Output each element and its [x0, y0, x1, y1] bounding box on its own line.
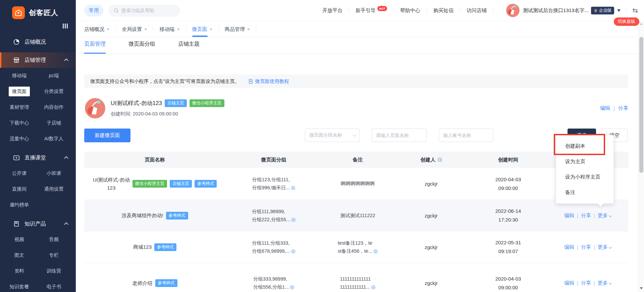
- menu-item-3[interactable]: 备注: [556, 185, 613, 200]
- sidebar-subitem[interactable]: 知识套餐: [2, 279, 37, 292]
- chevron-up-icon[interactable]: [64, 156, 68, 160]
- topbar-link-2[interactable]: 帮助中心: [400, 7, 420, 14]
- view-icon[interactable]: ◎: [371, 284, 375, 290]
- view-icon[interactable]: ◎: [291, 248, 296, 254]
- sidebar-subitem[interactable]: 图文: [2, 247, 37, 263]
- tab-4[interactable]: 商品管理×: [225, 21, 250, 37]
- search-input[interactable]: [121, 8, 172, 13]
- sidebar-subitem[interactable]: 专栏: [37, 247, 71, 263]
- sidebar-subitem[interactable]: 移动端: [2, 68, 37, 84]
- close-icon[interactable]: ×: [177, 27, 179, 32]
- sidebar-subitem[interactable]: 视频: [2, 232, 37, 247]
- chevron-down-icon[interactable]: [617, 9, 621, 12]
- user-menu[interactable]: 测试测试后台接口1313名字... ♛ 企业版: [506, 4, 621, 17]
- edit-link[interactable]: 编辑: [564, 244, 574, 250]
- sidebar-group-1[interactable]: 店铺管理: [0, 52, 76, 68]
- sidebar-subitem[interactable]: 公开课: [2, 165, 37, 181]
- user-avatar[interactable]: [506, 4, 520, 17]
- share-homepage-link[interactable]: 分享: [618, 105, 628, 111]
- scrollbar[interactable]: [638, 21, 644, 292]
- sidebar-subitem[interactable]: 训练营: [37, 263, 71, 279]
- subtab-0[interactable]: 页面管理: [84, 41, 106, 54]
- edit-link[interactable]: 编辑: [564, 280, 574, 286]
- cell-created-time: 2022-06-1417:20:30: [469, 207, 547, 224]
- sidebar-subitem[interactable]: 资料: [2, 263, 37, 279]
- subtab-2[interactable]: 店铺主题: [178, 41, 200, 54]
- quick-access-tab[interactable]: 常用: [84, 5, 104, 16]
- tab-2[interactable]: 移动端×: [159, 21, 179, 37]
- info-icon[interactable]: i: [437, 157, 442, 162]
- account-name-input[interactable]: [439, 129, 493, 142]
- more-link[interactable]: 更多: [598, 212, 611, 219]
- share-link[interactable]: 分享: [581, 212, 591, 219]
- sidebar-subitem[interactable]: 下载中心: [2, 115, 37, 131]
- sidebar-subitem[interactable]: 子店铺: [37, 115, 71, 131]
- menu-item-0[interactable]: 创建副本: [556, 138, 613, 154]
- topbar-link-3[interactable]: 购买短信: [433, 7, 453, 14]
- sidebar-group-2[interactable]: 直播课堂: [0, 150, 76, 165]
- sidebar-subitem[interactable]: 电子书: [37, 279, 71, 292]
- scroll-down-arrow-icon[interactable]: [640, 287, 643, 289]
- switch-new-version-button[interactable]: 切换新版: [614, 17, 639, 26]
- menu-item-2[interactable]: 设为小程序主页: [556, 169, 613, 185]
- view-icon[interactable]: ◎: [373, 248, 378, 254]
- page-name: 商城123: [133, 243, 152, 251]
- sidebar-subitem[interactable]: 微页面: [2, 84, 37, 99]
- tab-0[interactable]: 店铺概况×: [84, 21, 109, 37]
- edit-link[interactable]: 编辑: [564, 212, 574, 219]
- sidebar-subitem-label: 视频: [11, 235, 28, 244]
- topbar-link-1[interactable]: 新手引导HOT: [356, 7, 387, 14]
- chevron-up-icon[interactable]: [64, 222, 68, 227]
- collapse-sidebar-icon[interactable]: [0, 20, 76, 32]
- sidebar-subitem[interactable]: 邀约榜单: [2, 197, 37, 213]
- topbar-link-0[interactable]: 开放平台: [322, 7, 342, 14]
- sidebar-subitem[interactable]: pc端: [37, 68, 71, 84]
- topbar-link-4[interactable]: 访问店铺: [467, 7, 487, 14]
- user-name[interactable]: 测试测试后台接口1313名字...: [523, 7, 588, 14]
- sidebar-item-0[interactable]: 店铺概况: [0, 34, 76, 50]
- page-name-line: UI测试样式-勿动: [93, 176, 130, 184]
- edit-homepage-link[interactable]: 编辑: [600, 105, 610, 111]
- scroll-up-arrow-icon[interactable]: [640, 23, 643, 25]
- view-icon[interactable]: ◎: [291, 216, 296, 222]
- switch-account-icon[interactable]: ⇆: [632, 6, 638, 14]
- close-icon[interactable]: ×: [107, 27, 109, 32]
- scrollbar-thumb[interactable]: [639, 37, 643, 173]
- more-link[interactable]: 更多: [598, 244, 611, 250]
- page-name-input[interactable]: [372, 129, 427, 142]
- brand-logo-icon: [12, 6, 25, 19]
- share-link[interactable]: 分享: [581, 244, 591, 250]
- share-link[interactable]: 分享: [581, 280, 591, 286]
- view-icon[interactable]: ◎: [291, 185, 295, 190]
- sidebar-subitem[interactable]: 流量中心: [2, 131, 37, 147]
- view-icon[interactable]: ◎: [290, 284, 294, 290]
- close-icon[interactable]: ×: [247, 27, 250, 32]
- global-search[interactable]: [109, 5, 180, 16]
- status-badge: 微信小程序主页: [132, 180, 167, 188]
- sidebar-subitem[interactable]: 通用设置: [37, 181, 71, 197]
- page-name-line: 涉及商城组件勿动!: [121, 211, 163, 220]
- create-micropage-button[interactable]: 新建微页面: [84, 129, 130, 142]
- topbar-link-label: 访问店铺: [467, 7, 487, 14]
- sidebar-subitem[interactable]: 素材管理: [2, 99, 37, 115]
- search-icon: [114, 8, 119, 13]
- more-link[interactable]: 更多: [598, 280, 611, 286]
- menu-item-1[interactable]: 设为主页: [556, 154, 613, 169]
- sidebar-subitem[interactable]: 直播间: [2, 181, 37, 197]
- sidebar-subitem[interactable]: 内容创作: [37, 99, 71, 115]
- tab-1[interactable]: 全局设置×: [122, 21, 147, 37]
- group-filter-select[interactable]: 微页面分组名称: [305, 129, 360, 142]
- tab-3[interactable]: 微页面×: [192, 21, 212, 37]
- sidebar-subitem[interactable]: 分类设置: [37, 84, 71, 99]
- sidebar-subitem[interactable]: 音频: [37, 232, 71, 247]
- sidebar-group-3[interactable]: 知识产品: [0, 216, 76, 232]
- close-icon[interactable]: ×: [210, 27, 212, 32]
- note-text: 111111111111111111111111...◎: [340, 275, 375, 291]
- tutorial-link[interactable]: 微页面使用教程: [248, 78, 289, 85]
- sidebar-subitem-label: 通用设置: [41, 184, 67, 194]
- chevron-up-icon[interactable]: [64, 58, 68, 63]
- sidebar-subitem[interactable]: 小班课: [37, 165, 71, 181]
- sidebar-subitem[interactable]: AI数字人: [37, 131, 71, 147]
- subtab-1[interactable]: 微页面分组: [128, 41, 155, 54]
- close-icon[interactable]: ×: [144, 27, 147, 32]
